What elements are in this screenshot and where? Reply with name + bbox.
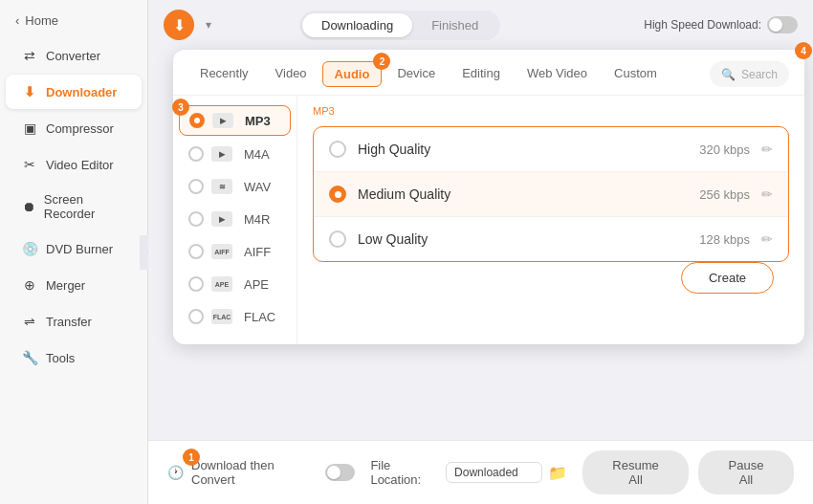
search-box[interactable]: 🔍 Search 4 [710, 61, 789, 87]
download-convert-toggle[interactable] [325, 464, 355, 481]
topbar-caret-icon: ▾ [206, 18, 211, 32]
resume-all-button[interactable]: Resume All [582, 450, 689, 494]
sidebar-item-transfer[interactable]: ⇌ Transfer [6, 304, 142, 339]
format-tab-device[interactable]: Device [385, 61, 447, 87]
format-tab-editing[interactable]: Editing [450, 61, 512, 87]
mp3-radio [189, 113, 205, 128]
app-logo: ⬇ [164, 10, 194, 40]
format-tab-custom[interactable]: Custom [603, 61, 669, 87]
dvd-burner-label: DVD Burner [46, 242, 113, 256]
downloader-label: Downloader [46, 85, 117, 99]
quality-high-edit-icon[interactable]: ✏ [761, 142, 773, 157]
quality-high-label: High Quality [358, 142, 699, 157]
sidebar-item-converter[interactable]: ⇄ Converter [6, 38, 142, 73]
aiff-icon: AIFF [211, 244, 232, 259]
format-tab-audio[interactable]: Audio 2 [322, 61, 383, 87]
dvd-burner-icon: 💿 [21, 240, 38, 257]
download-convert-label: Download then Convert [191, 458, 318, 487]
m4r-label: M4R [244, 212, 270, 227]
screen-recorder-label: Screen Recorder [44, 192, 126, 221]
quality-medium-edit-icon[interactable]: ✏ [761, 186, 773, 202]
flac-radio [188, 309, 204, 324]
quality-low-label: Low Quality [358, 231, 699, 247]
merger-label: Merger [46, 278, 85, 293]
m4a-radio [188, 146, 204, 162]
quality-panel: MP3 High Quality 320 kbps ✏ Medium Qu [297, 96, 804, 344]
screen-recorder-icon: ⏺ [21, 198, 36, 215]
file-location-select[interactable]: Downloaded [446, 462, 542, 483]
converter-label: Converter [46, 49, 100, 63]
sidebar-item-compressor[interactable]: ▣ Compressor [6, 111, 142, 145]
high-speed-toggle[interactable] [767, 16, 798, 33]
quality-high[interactable]: High Quality 320 kbps ✏ [314, 127, 788, 172]
ape-label: APE [244, 277, 269, 292]
m4r-icon: ▶ [211, 211, 232, 227]
selected-format-note: MP3 [313, 105, 789, 117]
format-list: ▶ MP3 3 ▶ M4A ≋ WAV [173, 96, 297, 344]
bottom-bar: 🕐 Download then Convert 1 File Location:… [148, 440, 813, 504]
format-tab-recently[interactable]: Recently [188, 61, 260, 87]
merger-icon: ⊕ [21, 276, 38, 294]
compressor-icon: ▣ [21, 120, 38, 137]
format-tab-bar: Recently Video Audio 2 Device Editing We… [173, 50, 804, 96]
quality-medium-label: Medium Quality [358, 186, 699, 202]
format-ape[interactable]: APE APE [173, 268, 297, 300]
quality-options: High Quality 320 kbps ✏ Medium Quality 2… [313, 126, 789, 262]
search-icon: 🔍 [721, 68, 736, 81]
create-button[interactable]: Create [681, 262, 774, 294]
tools-label: Tools [46, 351, 75, 365]
badge-4: 4 [795, 42, 812, 59]
badge-1: 1 [183, 449, 200, 466]
quality-low[interactable]: Low Quality 128 kbps ✏ [314, 217, 788, 261]
folder-icon[interactable]: 📁 [548, 464, 567, 482]
sidebar-item-merger[interactable]: ⊕ Merger [6, 268, 142, 302]
video-editor-icon: ✂ [21, 156, 38, 173]
sidebar-item-home[interactable]: ‹ Home [0, 8, 147, 37]
high-speed-download: High Speed Download: [644, 16, 798, 33]
action-buttons: Resume All Pause All [582, 450, 794, 494]
quality-high-kbps: 320 kbps [699, 142, 750, 157]
converter-icon: ⇄ [21, 47, 38, 64]
downloader-icon: ⬇ [21, 83, 38, 100]
format-tab-web-video[interactable]: Web Video [516, 61, 599, 87]
pause-all-button[interactable]: Pause All [698, 450, 794, 494]
flac-icon: FLAC [211, 309, 232, 324]
badge-3: 3 [172, 99, 189, 116]
format-mp3[interactable]: ▶ MP3 3 [179, 105, 291, 136]
tools-icon: 🔧 [21, 349, 38, 366]
quality-medium[interactable]: Medium Quality 256 kbps ✏ [314, 172, 788, 217]
file-location-label: File Location: [370, 458, 440, 487]
format-wav[interactable]: ≋ WAV [173, 170, 297, 203]
sidebar-item-dvd-burner[interactable]: 💿 DVD Burner [6, 231, 142, 266]
transfer-label: Transfer [46, 315, 92, 329]
format-dropdown: Recently Video Audio 2 Device Editing We… [173, 50, 804, 344]
format-m4r[interactable]: ▶ M4R [173, 203, 297, 235]
download-convert-section: 🕐 Download then Convert 1 [167, 458, 355, 487]
format-flac[interactable]: FLAC FLAC [173, 300, 297, 333]
mp3-icon: ▶ [212, 113, 233, 128]
transfer-icon: ⇌ [21, 313, 38, 330]
compressor-label: Compressor [46, 121, 114, 136]
ape-icon: APE [211, 276, 232, 292]
quality-low-kbps: 128 kbps [699, 232, 750, 247]
main-content: ⬇ ▾ Downloading Finished High Speed Down… [148, 0, 813, 504]
sidebar-item-downloader[interactable]: ⬇ Downloader [6, 75, 142, 109]
sidebar-item-tools[interactable]: 🔧 Tools [6, 340, 142, 375]
ape-radio [188, 276, 204, 292]
quality-high-radio [329, 141, 346, 158]
chevron-left-icon: ‹ [15, 13, 19, 28]
tab-downloading[interactable]: Downloading [302, 13, 412, 37]
sidebar-item-screen-recorder[interactable]: ⏺ Screen Recorder [6, 184, 142, 230]
sidebar-item-video-editor[interactable]: ✂ Video Editor [6, 147, 142, 182]
mp3-label: MP3 [245, 114, 271, 128]
quality-medium-kbps: 256 kbps [699, 187, 750, 202]
aiff-label: AIFF [244, 245, 271, 259]
wav-radio [188, 179, 204, 194]
format-m4a[interactable]: ▶ M4A [173, 138, 297, 170]
quality-low-edit-icon[interactable]: ✏ [761, 231, 773, 247]
tab-finished[interactable]: Finished [412, 13, 497, 37]
format-tab-video[interactable]: Video [264, 61, 319, 87]
format-body: ▶ MP3 3 ▶ M4A ≋ WAV [173, 96, 804, 344]
format-aiff[interactable]: AIFF AIFF [173, 235, 297, 268]
content-area: Recently Video Audio 2 Device Editing We… [164, 50, 798, 440]
